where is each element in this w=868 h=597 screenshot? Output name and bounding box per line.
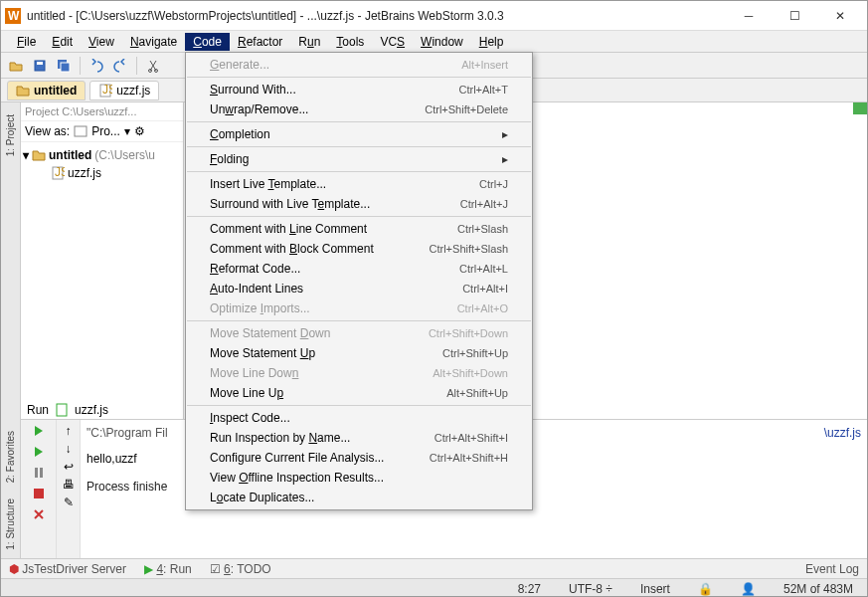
rerun2-icon[interactable] xyxy=(32,445,46,462)
status-hector-icon[interactable]: 👤 xyxy=(735,582,762,596)
menu-navigate[interactable]: Navigate xyxy=(122,33,185,51)
menu-sep xyxy=(187,405,531,406)
down-icon[interactable]: ↓ xyxy=(66,442,72,456)
up-icon[interactable]: ↑ xyxy=(66,424,72,438)
project-view-row: View as: Pro... ▾ ⚙ xyxy=(21,121,183,142)
folder-icon xyxy=(32,148,46,162)
window-title: untitled - [C:\Users\uzzf\WebstormProjec… xyxy=(27,9,726,23)
inspection-indicator[interactable] xyxy=(853,102,867,114)
svg-rect-15 xyxy=(40,468,43,478)
menu-optimize-imports[interactable]: Optimize Imports...Ctrl+Alt+O xyxy=(186,298,532,318)
status-insert[interactable]: Insert xyxy=(634,582,676,596)
menu-file[interactable]: File xyxy=(9,33,44,51)
console-path: "C:\Program Fil xyxy=(87,426,168,440)
titlebar: W untitled - [C:\Users\uzzf\WebstormProj… xyxy=(1,1,867,31)
svg-rect-13 xyxy=(57,404,67,416)
save-icon[interactable] xyxy=(29,55,51,77)
folder-icon xyxy=(16,84,30,98)
run-panel-header: Run uzzf.js xyxy=(21,400,114,420)
menu-move-statement-down[interactable]: Move Statement DownCtrl+Shift+Down xyxy=(186,323,532,343)
svg-rect-3 xyxy=(37,62,43,65)
menu-refactor[interactable]: Refactor xyxy=(230,33,290,51)
breadcrumb-file-label: uzzf.js xyxy=(116,84,150,98)
open-icon[interactable] xyxy=(5,55,27,77)
chevron-down-icon[interactable]: ▾ xyxy=(124,124,130,138)
menu-reformat-code[interactable]: Reformat Code...Ctrl+Alt+L xyxy=(186,259,532,279)
saveall-icon[interactable] xyxy=(53,55,75,77)
menu-inspect-code[interactable]: Inspect Code... xyxy=(186,408,532,428)
menu-insert-live-template[interactable]: Insert Live Template...Ctrl+J xyxy=(186,174,532,194)
run-tab[interactable]: ▶ 4: Run xyxy=(144,562,192,576)
close-icon[interactable] xyxy=(32,507,46,524)
status-encoding[interactable]: UTF-8 ÷ xyxy=(563,582,618,596)
menu-move-line-up[interactable]: Move Line UpAlt+Shift+Up xyxy=(186,383,532,403)
breadcrumb-file[interactable]: JS uzzf.js xyxy=(89,81,159,100)
menu-view[interactable]: View xyxy=(81,33,122,51)
stop-icon[interactable] xyxy=(32,487,46,503)
tree-file[interactable]: JS uzzf.js xyxy=(51,164,181,182)
run-toolbar-1 xyxy=(21,420,57,558)
menu-sep xyxy=(187,320,531,321)
menu-locate-duplicates[interactable]: Locate Duplicates... xyxy=(186,488,532,507)
run-label: Run xyxy=(27,403,49,417)
menu-move-line-down[interactable]: Move Line DownAlt+Shift+Down xyxy=(186,363,532,383)
menu-vcs[interactable]: VCS xyxy=(372,33,413,51)
status-lock-icon[interactable]: 🔒 xyxy=(692,582,719,596)
redo-icon[interactable] xyxy=(109,55,131,77)
statusbar: 8:27 UTF-8 ÷ Insert 🔒 👤 52M of 483M xyxy=(1,578,867,597)
menu-comment-block[interactable]: Comment with Block CommentCtrl+Shift+Sla… xyxy=(186,239,532,259)
jstest-tab[interactable]: ⬢ JsTestDriver Server xyxy=(9,562,126,576)
left-tool-strip: 1: Project 2: Favorites 1: Structure xyxy=(1,102,21,558)
menu-surround-with[interactable]: Surround With...Ctrl+Alt+T xyxy=(186,80,532,100)
view-as-value[interactable]: Pro... xyxy=(91,124,120,138)
menu-edit[interactable]: Edit xyxy=(44,33,81,51)
console-file-ref: \uzzf.js xyxy=(824,426,861,440)
close-button[interactable]: ✕ xyxy=(817,2,863,30)
rerun-icon[interactable] xyxy=(32,424,46,441)
collapse-icon[interactable]: ▾ xyxy=(23,148,29,162)
tab-structure[interactable]: 1: Structure xyxy=(3,491,18,558)
todo-tab[interactable]: ☑ 6: TODO xyxy=(210,562,271,576)
breadcrumb-folder[interactable]: untitled xyxy=(7,81,86,100)
gear-icon[interactable]: ⚙ xyxy=(134,124,145,138)
tree-file-label: uzzf.js xyxy=(68,166,101,180)
undo-icon[interactable] xyxy=(86,55,107,77)
menu-code[interactable]: Code xyxy=(185,33,230,51)
menu-comment-line[interactable]: Comment with Line CommentCtrl+Slash xyxy=(186,219,532,239)
cut-icon[interactable] xyxy=(142,55,164,77)
menu-generate[interactable]: Generate...Alt+Insert xyxy=(186,55,532,75)
root-suffix: (C:\Users\u xyxy=(94,148,155,162)
view-as-label: View as: xyxy=(25,124,70,138)
tree-root[interactable]: ▾ untitled (C:\Users\u xyxy=(23,146,181,164)
view-icon xyxy=(74,124,87,138)
menu-view-offline-results[interactable]: View Offline Inspection Results... xyxy=(186,468,532,488)
status-memory[interactable]: 52M of 483M xyxy=(778,582,859,596)
menu-auto-indent[interactable]: Auto-Indent LinesCtrl+Alt+I xyxy=(186,279,532,298)
run-toolbar-2: ↑ ↓ ↩ 🖶 ✎ xyxy=(57,420,81,558)
menu-run[interactable]: Run xyxy=(290,33,328,51)
menu-folding[interactable]: Folding▸ xyxy=(186,149,532,169)
menu-tools[interactable]: Tools xyxy=(328,33,372,51)
tab-favorites[interactable]: 2: Favorites xyxy=(3,423,18,491)
maximize-button[interactable]: ☐ xyxy=(772,2,817,30)
breadcrumb-folder-label: untitled xyxy=(34,84,77,98)
menu-run-inspection[interactable]: Run Inspection by Name...Ctrl+Alt+Shift+… xyxy=(186,428,532,448)
wrap-icon[interactable]: ↩ xyxy=(64,460,74,474)
pause-icon[interactable] xyxy=(32,466,46,483)
toolwindow-bar: ⬢ JsTestDriver Server ▶ 4: Run ☑ 6: TODO… xyxy=(1,558,867,578)
svg-text:JS: JS xyxy=(102,84,112,97)
js-file-icon xyxy=(55,403,69,417)
menu-completion[interactable]: Completion▸ xyxy=(186,124,532,144)
menu-help[interactable]: Help xyxy=(471,33,512,51)
tab-project[interactable]: 1: Project xyxy=(3,106,18,164)
svg-text:JS: JS xyxy=(55,166,65,179)
event-log[interactable]: Event Log xyxy=(805,562,859,576)
minimize-button[interactable]: ─ xyxy=(726,2,772,30)
menu-configure-analysis[interactable]: Configure Current File Analysis...Ctrl+A… xyxy=(186,448,532,468)
menu-surround-live-template[interactable]: Surround with Live Template...Ctrl+Alt+J xyxy=(186,194,532,214)
menu-move-statement-up[interactable]: Move Statement UpCtrl+Shift+Up xyxy=(186,343,532,363)
print-icon[interactable]: 🖶 xyxy=(63,478,75,492)
clear-icon[interactable]: ✎ xyxy=(64,496,74,509)
menu-window[interactable]: Window xyxy=(413,33,471,51)
menu-unwrap[interactable]: Unwrap/Remove...Ctrl+Shift+Delete xyxy=(186,100,532,119)
